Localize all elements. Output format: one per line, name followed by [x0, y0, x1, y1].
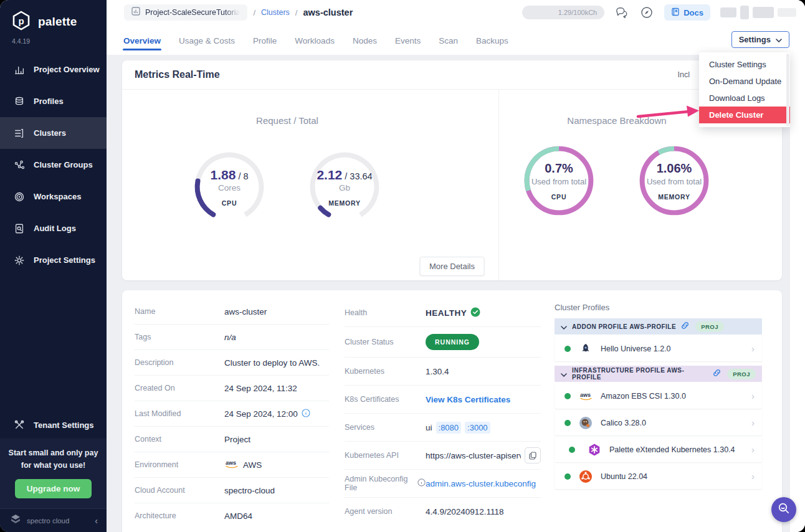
sidebar-footer: spectro cloud ‹: [0, 508, 107, 532]
palette-logo-icon: p: [11, 10, 32, 34]
copy-api-url-button[interactable]: [525, 447, 541, 463]
include-resources-label-partial: Incl: [678, 70, 690, 79]
info-row-description: Description Cluster to deploy to AWS.: [135, 350, 329, 376]
cluster-profiles-panel: Cluster Profiles ADDON PROFILE AWS-PROFI…: [555, 299, 762, 490]
tab-profile[interactable]: Profile: [252, 27, 277, 54]
menu-item-delete-cluster[interactable]: Delete Cluster: [699, 107, 790, 123]
tab-events[interactable]: Events: [394, 27, 421, 54]
sidebar-item-tenant-settings[interactable]: Tenant Settings: [0, 411, 107, 439]
profile-layer-palette-kubernetes[interactable]: Palette eXtended Kubernetes 1.30.4 ›: [555, 437, 762, 462]
crossed-tools-icon: [13, 419, 26, 431]
tab-scan[interactable]: Scan: [438, 27, 459, 54]
chevron-right-icon: ›: [751, 471, 755, 482]
settings-button[interactable]: Settings: [731, 31, 789, 48]
cpu-namespace-donut: 0.7% Used from total CPU: [520, 142, 598, 219]
menu-item-cluster-settings[interactable]: Cluster Settings: [699, 56, 790, 73]
compass-icon[interactable]: [639, 5, 654, 20]
info-row-architecture: Architecture AMD64: [135, 503, 329, 528]
magnifier-smile-icon: [777, 501, 791, 518]
menu-item-download-logs[interactable]: Download Logs: [699, 90, 790, 107]
status-row-cluster-status: Cluster Status RUNNING: [345, 327, 541, 358]
brand-logo: p palette: [0, 0, 107, 35]
kubeconfig-download-link[interactable]: admin.aws-cluster.kubeconfig: [426, 479, 536, 488]
chevron-down-icon: [561, 368, 567, 379]
menu-item-on-demand-update[interactable]: On-Demand Update: [699, 73, 790, 90]
status-row-services: Services ui :8080 :3000: [345, 414, 541, 442]
redacted-user-area[interactable]: [720, 6, 796, 19]
request-total-title: Request / Total: [122, 115, 452, 126]
profile-layer-hello-universe[interactable]: Hello Universe 1.2.0 ›: [555, 336, 762, 361]
chevron-right-icon: ›: [751, 343, 755, 354]
breadcrumb-current-cluster: aws-cluster: [303, 7, 353, 17]
info-row-cloud-account: Cloud Account spectro-cloud: [135, 478, 329, 503]
sidebar-item-project-settings[interactable]: Project Settings: [0, 244, 107, 276]
brand-name: palette: [38, 15, 77, 29]
healthy-dot-icon: [564, 473, 571, 480]
sidebar-item-profiles[interactable]: Profiles: [0, 85, 107, 117]
cluster-tabbar: Overview Usage & Costs Profile Workloads…: [107, 25, 805, 55]
promo-text: Start small and only pay for what you us…: [7, 447, 99, 472]
sidebar-item-workspaces[interactable]: Workspaces: [0, 181, 107, 212]
hello-universe-icon: [578, 341, 593, 356]
profile-layer-calico[interactable]: Calico 3.28.0 ›: [555, 410, 762, 435]
top-header: Project-ScaleSecureTutoria / Clusters / …: [107, 0, 805, 25]
status-row-agent-version: Agent version 4.4.9/20240912.1118: [345, 498, 541, 525]
info-icon[interactable]: [417, 478, 426, 488]
docs-button[interactable]: Docs: [664, 4, 710, 21]
sidebar-nav: Project Overview Profiles Clusters Clust…: [0, 54, 107, 276]
concentric-circles-icon: [13, 191, 26, 203]
profile-layer-ubuntu[interactable]: Ubuntu 22.04 ›: [555, 463, 762, 489]
status-row-health: Health HEALTHY: [345, 299, 541, 327]
link-icon: [713, 368, 721, 379]
sidebar-item-audit-logs[interactable]: Audit Logs: [0, 212, 107, 244]
metrics-realtime-card: Metrics Real-Time Incl Request / Total N…: [122, 60, 782, 280]
chevron-down-icon: [776, 35, 782, 44]
sidebar-item-cluster-groups[interactable]: Cluster Groups: [0, 149, 107, 181]
view-k8s-certificates-link[interactable]: View K8s Certificates: [426, 395, 510, 404]
sidebar: p palette 4.4.19 Project Overview Profil…: [0, 0, 107, 532]
upgrade-now-button[interactable]: Upgrade now: [15, 479, 92, 498]
spectro-cloud-logo-icon: [9, 514, 22, 528]
footer-brand-name: spectro cloud: [27, 517, 69, 525]
tab-nodes[interactable]: Nodes: [352, 27, 378, 54]
network-nodes-icon: [13, 159, 26, 171]
status-row-kubernetes-api: Kubernetes API https://aws-cluster-apise…: [345, 442, 541, 470]
service-port-3000-link[interactable]: :3000: [465, 422, 490, 434]
menu-scrollbar: [786, 54, 789, 126]
help-search-fab[interactable]: [771, 497, 796, 522]
check-badge-icon: [470, 307, 480, 319]
info-row-created-on: Created On 24 Sep 2024, 11:32: [135, 376, 329, 401]
breadcrumb-separator: /: [253, 8, 255, 17]
more-details-button[interactable]: More Details: [419, 257, 485, 276]
info-icon[interactable]: [302, 409, 310, 419]
cluster-status-column: Health HEALTHY Cluster Status RUNNING: [345, 299, 541, 525]
sidebar-item-clusters[interactable]: Clusters: [0, 117, 107, 149]
cpu-request-gauge: 1.88 / 8 Cores CPU: [191, 148, 268, 226]
layers-stack-icon: [13, 95, 26, 108]
infrastructure-profile-section-header[interactable]: INFRASTRUCTURE PROFILE AWS-PROFILE PROJ: [555, 366, 762, 382]
document-search-icon: [13, 222, 26, 235]
sidebar-item-project-overview[interactable]: Project Overview: [0, 54, 107, 85]
project-selector-pill[interactable]: Project-ScaleSecureTutoria: [124, 4, 247, 21]
tab-usage-costs[interactable]: Usage & Costs: [178, 27, 236, 54]
healthy-dot-icon: [564, 442, 579, 457]
usage-credits-pill: 1.29/100kCh: [522, 6, 604, 19]
tab-backups[interactable]: Backups: [475, 27, 509, 54]
running-status-pill: RUNNING: [426, 334, 479, 350]
chat-bubbles-icon[interactable]: [614, 5, 629, 20]
cluster-info-column: Name aws-cluster Tags n/a Description Cl…: [135, 299, 329, 528]
addon-profile-section-header[interactable]: ADDON PROFILE AWS-PROFILE PROJ: [555, 318, 762, 335]
chevron-right-icon: ›: [751, 444, 755, 455]
settings-dropdown-menu: Cluster Settings On-Demand Update Downlo…: [699, 52, 790, 127]
ubuntu-logo-icon: [578, 469, 593, 484]
service-port-8080-link[interactable]: :8080: [436, 422, 462, 434]
tab-workloads[interactable]: Workloads: [294, 27, 335, 54]
collapse-sidebar-chevron-icon[interactable]: ‹: [95, 516, 98, 525]
chevron-right-icon: ›: [751, 417, 755, 428]
breadcrumb-clusters-link[interactable]: Clusters: [261, 8, 290, 17]
profile-layer-amazon-ebs-csi[interactable]: aws Amazon EBS CSI 1.30.0 ›: [555, 383, 762, 409]
cluster-list-icon: [13, 127, 26, 140]
palette-kubernetes-icon: [587, 442, 602, 457]
tab-overview[interactable]: Overview: [123, 27, 161, 54]
info-row-name: Name aws-cluster: [135, 299, 329, 325]
